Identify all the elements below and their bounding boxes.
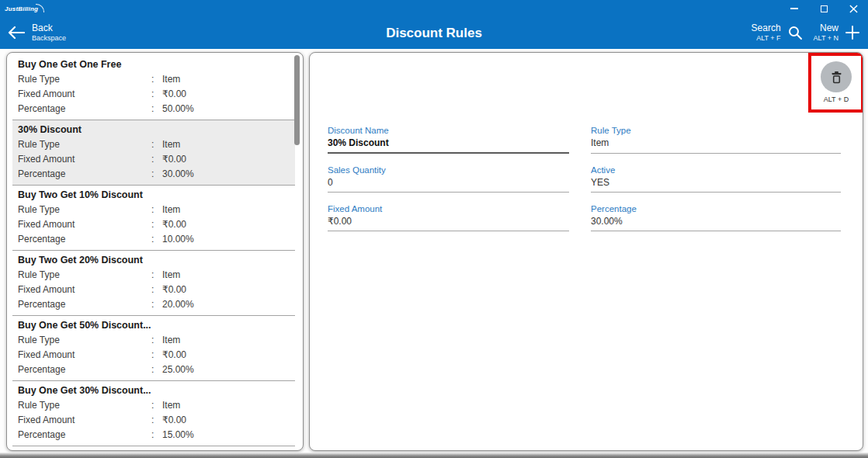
rule-type-value[interactable]: Item [591,137,841,149]
field-rule-type[interactable]: Rule Type Item [591,126,841,154]
search-icon [787,25,803,40]
list-item[interactable]: Buy One Get 30% Discount... Rule Type:It… [12,381,295,446]
minimize-icon [790,8,798,9]
back-button[interactable]: Back Backspace [8,23,66,42]
fixed-amount-value[interactable]: ₹0.00 [328,216,569,227]
maximize-button[interactable] [809,0,838,17]
search-shortcut: ALT + F [752,34,781,42]
discount-rules-list: Buy One Get One Free Rule Type:Item Fixe… [7,53,303,451]
maximize-icon [821,5,828,12]
back-label: Back [32,23,66,34]
list-scrollbar[interactable] [294,55,300,145]
close-icon [849,5,858,13]
list-item-selected[interactable]: 30% Discount Rule Type:Item Fixed Amount… [12,120,295,186]
list-item[interactable]: Buy Two Get 30% Discount... Rule Type:It… [12,446,295,451]
delete-highlight-box: ALT + D [808,53,863,113]
plus-icon [845,25,860,40]
titlebar: JustBilling [0,0,868,17]
list-item[interactable]: Buy Two Get 20% Discount Rule Type:Item … [12,251,295,316]
new-label: New [814,23,838,34]
delete-button[interactable] [821,61,852,92]
back-arrow-icon [8,26,25,40]
percentage-value[interactable]: 30.00% [591,216,841,227]
discount-name-value[interactable]: 30% Discount [328,137,569,149]
field-active[interactable]: Active YES [591,165,841,193]
new-button[interactable]: New ALT + N [814,23,860,42]
minimize-button[interactable] [779,0,809,17]
list-item[interactable]: Buy One Get One Free Rule Type:Item Fixe… [12,55,295,120]
active-value[interactable]: YES [591,177,841,189]
discount-rule-detail-panel: ALT + D Discount Name 30% Discount Rule … [309,52,863,451]
delete-shortcut: ALT + D [824,95,849,103]
field-discount-name[interactable]: Discount Name 30% Discount [328,126,569,154]
discount-rules-list-panel: Buy One Get One Free Rule Type:Item Fixe… [6,52,304,451]
list-item[interactable]: Buy One Get 50% Discount... Rule Type:It… [12,316,295,381]
close-button[interactable] [838,0,868,17]
header: Back Backspace Discount Rules Search ALT… [0,17,868,49]
search-button[interactable]: Search ALT + F [752,23,803,42]
new-shortcut: ALT + N [814,34,838,42]
back-shortcut: Backspace [32,34,66,42]
search-label: Search [752,23,781,34]
window-controls [779,0,868,17]
app-logo: JustBilling [5,5,44,12]
field-percentage[interactable]: Percentage 30.00% [591,204,841,231]
list-item[interactable]: Buy Two Get 10% Discount Rule Type:Item … [12,186,295,251]
sales-quantity-value[interactable]: 0 [328,177,569,189]
page-title: Discount Rules [0,17,868,49]
detail-form: Discount Name 30% Discount Rule Type Ite… [328,126,841,231]
trash-icon [829,70,844,85]
window-bottom-border [0,453,868,458]
field-fixed-amount[interactable]: Fixed Amount ₹0.00 [328,204,569,231]
field-sales-quantity[interactable]: Sales Quantity 0 [328,165,569,193]
